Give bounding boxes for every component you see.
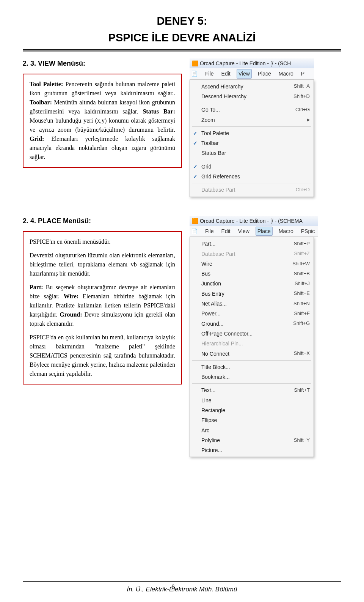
menu-shortcut: Shift+T bbox=[294, 387, 310, 394]
menu-item-hierarchical-pin: Hierarchical Pin... bbox=[190, 339, 314, 348]
menu-item-junction[interactable]: JunctionShift+J bbox=[190, 279, 314, 288]
check-icon: ✓ bbox=[193, 163, 198, 170]
menu-item-off-page-connector[interactable]: Off-Page Connector... bbox=[190, 329, 314, 339]
menu-item-go-to[interactable]: Go To...Ctrl+G bbox=[190, 105, 314, 115]
menu-shortcut: Shift+P bbox=[294, 240, 310, 247]
menu-item-label: Power... bbox=[201, 310, 286, 317]
menu-shortcut: Ctrl+D bbox=[296, 186, 310, 194]
menu-item-ellipse[interactable]: Ellipse bbox=[190, 415, 314, 425]
menu-item-text[interactable]: Text...Shift+T bbox=[190, 385, 314, 395]
menu-item-bus[interactable]: BusShift+B bbox=[190, 269, 314, 279]
menu-item-label: Rectangle bbox=[201, 407, 310, 414]
menu-item-arc[interactable]: Arc bbox=[190, 425, 314, 435]
menu-item-label: Line bbox=[201, 397, 310, 404]
menu-item-polyline[interactable]: PolylineShift+Y bbox=[190, 435, 314, 445]
menu-item-label: Status Bar bbox=[201, 149, 310, 157]
menu-shortcut: Shift+J bbox=[295, 280, 310, 287]
menu-pspic[interactable]: PSpic bbox=[300, 227, 317, 235]
doc-title: DENEY 5: bbox=[23, 13, 341, 29]
place-p4: PSPICE'da en çok kullanılan bu menü, kul… bbox=[30, 333, 175, 378]
menu-item-bookmark[interactable]: Bookmark... bbox=[190, 372, 314, 382]
check-icon: ✓ bbox=[193, 129, 198, 137]
menu-item-label: No Connect bbox=[201, 350, 286, 358]
menu-view[interactable]: View bbox=[237, 69, 252, 78]
window-titlebar: 🟧 Orcad Capture - Lite Edition - [/ - (S… bbox=[190, 58, 314, 68]
menu-macro[interactable]: Macro bbox=[277, 227, 295, 235]
menu-item-label: Hierarchical Pin... bbox=[201, 340, 310, 347]
menu-edit[interactable]: Edit bbox=[220, 227, 232, 235]
menu-item-label: Ground... bbox=[201, 320, 286, 328]
menu-item-ascend-hierarchy[interactable]: Ascend HierarchyShift+A bbox=[190, 82, 314, 91]
menu-item-grid[interactable]: ✓Grid bbox=[190, 162, 314, 172]
menu-shortcut: Shift+W bbox=[292, 260, 310, 268]
menu-file[interactable]: File bbox=[204, 69, 215, 78]
menu-file[interactable]: File bbox=[204, 227, 215, 235]
menu-item-label: Toolbar bbox=[201, 139, 310, 147]
tool-palette-term: Tool Palette: bbox=[30, 81, 63, 87]
menu-item-status-bar[interactable]: Status Bar bbox=[190, 148, 314, 158]
menu-item-database-part: Database PartCtrl+D bbox=[190, 185, 314, 195]
menu-shortcut: Shift+F bbox=[294, 310, 310, 317]
menu-macro[interactable]: Macro bbox=[277, 69, 295, 78]
menu-shortcut: Shift+E bbox=[294, 290, 310, 297]
menu-place[interactable]: Place bbox=[256, 69, 273, 78]
submenu-arrow-icon: ▶ bbox=[307, 117, 310, 123]
view-menu-screenshot: 🟧 Orcad Capture - Lite Edition - [/ - (S… bbox=[190, 58, 314, 197]
menu-shortcut: Shift+N bbox=[293, 300, 310, 307]
menu-item-label: Descend Hierarchy bbox=[201, 93, 286, 100]
menu-item-wire[interactable]: WireShift+W bbox=[190, 259, 314, 269]
menu-item-grid-references[interactable]: ✓Grid References bbox=[190, 172, 314, 181]
title-rule-thin bbox=[23, 51, 341, 52]
part-term: Part: bbox=[30, 284, 43, 290]
menu-separator bbox=[192, 126, 311, 127]
document-icon: 📄 bbox=[191, 227, 198, 235]
menu-separator bbox=[192, 360, 311, 361]
menu-item-label: Grid bbox=[201, 163, 310, 170]
menu-item-label: Text... bbox=[201, 386, 286, 394]
grid-term: Grid: bbox=[30, 136, 44, 142]
menu-item-rectangle[interactable]: Rectangle bbox=[190, 405, 314, 415]
menu-item-power[interactable]: Power...Shift+F bbox=[190, 309, 314, 318]
menu-item-toolbar[interactable]: ✓Toolbar bbox=[190, 138, 314, 148]
menu-item-line[interactable]: Line bbox=[190, 396, 314, 405]
menu-shortcut: Shift+G bbox=[293, 320, 310, 327]
menu-item-label: Ascend Hierarchy bbox=[201, 83, 286, 90]
place-dropdown-menu: Part...Shift+PDatabase PartShift+ZWireSh… bbox=[190, 237, 314, 457]
menu-item-label: Bus bbox=[201, 270, 286, 277]
menu-item-ground[interactable]: Ground...Shift+G bbox=[190, 319, 314, 329]
view-section-heading: 2. 3. VIEW Menüsü: bbox=[23, 58, 182, 68]
menu-item-no-connect[interactable]: No ConnectShift+X bbox=[190, 349, 314, 359]
toolbar-term: Toolbar: bbox=[30, 99, 52, 106]
menu-p[interactable]: P bbox=[300, 69, 306, 78]
menu-item-label: Off-Page Connector... bbox=[201, 330, 310, 337]
menu-item-bus-entry[interactable]: Bus EntryShift+E bbox=[190, 289, 314, 299]
menu-item-label: Wire bbox=[201, 260, 285, 268]
menu-item-zoom[interactable]: Zoom▶ bbox=[190, 115, 314, 125]
menu-item-tool-palette[interactable]: ✓Tool Palette bbox=[190, 128, 314, 138]
menu-item-picture[interactable]: Picture... bbox=[190, 445, 314, 455]
window-title-2: Orcad Capture - Lite Edition - [/ - (SCH… bbox=[200, 217, 303, 225]
menu-view[interactable]: View bbox=[237, 227, 251, 235]
menu-shortcut: Shift+A bbox=[294, 83, 310, 90]
menu-item-label: Go To... bbox=[201, 106, 288, 113]
menu-separator bbox=[192, 383, 311, 384]
page-number: 6 bbox=[171, 583, 175, 591]
menu-item-label: Database Part bbox=[201, 186, 288, 194]
menu-item-descend-hierarchy[interactable]: Descend HierarchyShift+D bbox=[190, 91, 314, 101]
place-description-box: PSPICE'ın en önemli menüsüdür. Devrenizi… bbox=[23, 231, 182, 385]
menu-item-label: Tool Palette bbox=[201, 129, 310, 137]
menu-item-label: Picture... bbox=[201, 446, 310, 454]
menu-item-label: Part... bbox=[201, 240, 286, 247]
menu-place[interactable]: Place bbox=[256, 227, 273, 236]
title-rule bbox=[23, 49, 341, 50]
window-titlebar-2: 🟧 Orcad Capture - Lite Edition - [/ - (S… bbox=[190, 216, 318, 226]
menu-shortcut: Shift+D bbox=[293, 93, 310, 100]
menu-edit[interactable]: Edit bbox=[220, 69, 232, 78]
view-dropdown-menu: Ascend HierarchyShift+ADescend Hierarchy… bbox=[190, 80, 314, 197]
menu-item-net-alias[interactable]: Net Alias...Shift+N bbox=[190, 299, 314, 309]
menu-item-label: Zoom bbox=[201, 116, 299, 124]
menu-item-label: Grid References bbox=[201, 173, 310, 180]
menu-item-label: Database Part bbox=[201, 250, 286, 258]
menu-item-title-block[interactable]: Title Block... bbox=[190, 362, 314, 372]
menu-item-part[interactable]: Part...Shift+P bbox=[190, 239, 314, 249]
